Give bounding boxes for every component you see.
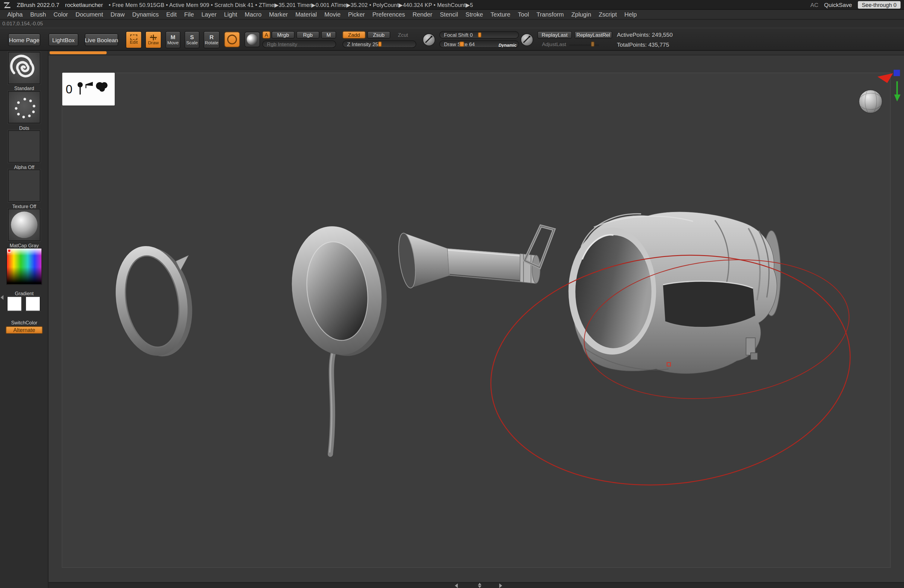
quicksave-button[interactable]: QuickSave (824, 2, 852, 8)
rgb-intensity-slider[interactable]: Rgb Intensity (262, 40, 336, 48)
zcut-button[interactable]: Zcut (393, 31, 413, 39)
menu-render[interactable]: Render (409, 10, 436, 19)
see-through-control[interactable]: See-through 0 (858, 1, 901, 8)
focal-shift-slider[interactable]: Focal Shift 0 (439, 31, 519, 39)
draw-size-handle[interactable] (460, 42, 464, 47)
z-intensity-label: Z Intensity 25 (347, 41, 378, 47)
standard-brush-swirl-icon (9, 52, 40, 84)
switchcolor-secondary-swatch[interactable] (25, 296, 40, 312)
draw-size-slider[interactable]: Draw Size 64 Dynamic (439, 40, 519, 48)
switchcolor-label: SwitchColor (0, 320, 49, 326)
color-picker-gradient[interactable] (6, 248, 42, 285)
memory-stats: • Free Mem 50.915GB • Active Mem 909 • S… (109, 2, 473, 8)
menu-help[interactable]: Help (620, 10, 640, 19)
menu-macro[interactable]: Macro (241, 10, 266, 19)
menu-transform[interactable]: Transform (533, 10, 568, 19)
menu-dynamics[interactable]: Dynamics (128, 10, 163, 19)
color-picker-marker (8, 249, 11, 252)
home-page-button[interactable]: Home Page (8, 33, 40, 46)
left-tray: Standard Dots Alpha Off Texture Off MatC… (0, 50, 49, 588)
ac-indicator: AC (810, 2, 819, 8)
matcap-sphere-icon (11, 211, 37, 238)
menu-texture[interactable]: Texture (487, 10, 514, 19)
adjust-last-handle[interactable] (591, 42, 594, 47)
switchcolor-main-swatch[interactable] (7, 296, 22, 312)
menu-movie[interactable]: Movie (321, 10, 344, 19)
menu-file[interactable]: File (180, 10, 198, 19)
mrgb-button[interactable]: Mrgb (272, 31, 295, 39)
rgb-button[interactable]: Rgb (296, 31, 319, 39)
menu-marker[interactable]: Marker (265, 10, 291, 19)
menu-picker[interactable]: Picker (345, 10, 369, 19)
scale-mode-button[interactable]: S Scale (185, 31, 199, 48)
top-shelf-toolbar: Home Page LightBox Live Boolean Edit Dra… (0, 28, 904, 51)
current-brush-thumbnail[interactable] (8, 52, 40, 84)
current-alpha-thumbnail[interactable] (8, 131, 40, 163)
adjust-last-slider[interactable]: AdjustLast (537, 40, 602, 48)
menu-tool[interactable]: Tool (514, 10, 533, 19)
stroke-curve-dial-icon[interactable] (422, 33, 435, 46)
auto-masking-toggle[interactable]: A (262, 31, 270, 39)
shelf-progress-fill (50, 51, 107, 54)
menu-color[interactable]: Color (50, 10, 72, 19)
brush-preview-box[interactable]: 0 (62, 73, 115, 106)
menu-stencil[interactable]: Stencil (436, 10, 461, 19)
depth-dial-icon[interactable] (521, 33, 533, 46)
rotate-icon: R (209, 34, 213, 40)
move-mode-button[interactable]: M Move (166, 31, 180, 48)
scale-icon: S (190, 34, 194, 40)
menu-light[interactable]: Light (220, 10, 241, 19)
focal-shift-handle[interactable] (478, 32, 481, 37)
z-intensity-handle[interactable] (378, 42, 381, 47)
menu-preferences[interactable]: Preferences (368, 10, 409, 19)
current-material-thumbnail[interactable] (8, 209, 40, 241)
document-canvas[interactable] (49, 55, 904, 582)
alternate-button[interactable]: Alternate (6, 326, 43, 334)
menu-draw[interactable]: Draw (107, 10, 128, 19)
scroll-down-icon[interactable] (478, 586, 481, 588)
live-boolean-button[interactable]: Live Boolean (85, 33, 118, 46)
menu-document[interactable]: Document (72, 10, 107, 19)
menu-edit[interactable]: Edit (163, 10, 180, 19)
menu-zscript[interactable]: Zscript (595, 10, 620, 19)
lightbox-button[interactable]: LightBox (49, 33, 78, 46)
z-intensity-slider[interactable]: Z Intensity 25 (342, 40, 416, 48)
zadd-button[interactable]: Zadd (342, 31, 365, 39)
edit-mode-button[interactable]: Edit (126, 31, 142, 48)
dynamic-mode-label[interactable]: Dynamic (498, 43, 517, 47)
total-points-readout: TotalPoints: 435,775 (617, 42, 669, 48)
draw-mode-label: Draw (148, 41, 159, 45)
app-title: ZBrush 2022.0.7 (17, 2, 59, 8)
draw-mode-button[interactable]: Draw (145, 31, 161, 48)
scroll-right-icon[interactable] (499, 583, 502, 588)
panel-collapse-arrow-icon[interactable] (1, 295, 4, 300)
scroll-up-icon[interactable] (478, 583, 481, 585)
rotate-mode-button[interactable]: R Rotate (204, 31, 220, 48)
history-counter: 0 (66, 82, 72, 96)
zsub-button[interactable]: Zsub (367, 31, 390, 39)
current-texture-thumbnail[interactable] (8, 170, 40, 202)
replay-last-rel-button[interactable]: ReplayLastRel (574, 31, 612, 39)
menu-stroke[interactable]: Stroke (461, 10, 487, 19)
edit-rect-icon (130, 35, 137, 40)
zbrush-window: ZBrush 2022.0.7 rocketlauncher • Free Me… (0, 0, 904, 588)
horizontal-scrollbar[interactable] (49, 582, 904, 588)
menu-material[interactable]: Material (292, 10, 321, 19)
menu-layer[interactable]: Layer (198, 10, 220, 19)
draw-crosshair-icon (150, 34, 157, 40)
current-brush-button[interactable] (224, 32, 240, 47)
current-stroke-thumbnail[interactable] (8, 91, 40, 123)
rgb-intensity-label: Rgb Intensity (267, 41, 297, 47)
rotate-mode-label: Rotate (205, 41, 218, 45)
scroll-left-icon[interactable] (455, 583, 458, 588)
m-button[interactable]: M (321, 31, 336, 39)
replay-last-button[interactable]: ReplayLast (537, 31, 572, 39)
current-material-button[interactable] (244, 32, 260, 47)
document-name: rocketlauncher (65, 2, 103, 8)
edit-mode-label: Edit (130, 40, 138, 45)
menu-zplugin[interactable]: Zplugin (568, 10, 595, 19)
menu-brush[interactable]: Brush (27, 10, 50, 19)
menu-alpha[interactable]: Alpha (3, 10, 26, 19)
brush-preview-glyphs (75, 79, 109, 99)
title-bar: ZBrush 2022.0.7 rocketlauncher • Free Me… (0, 0, 904, 10)
